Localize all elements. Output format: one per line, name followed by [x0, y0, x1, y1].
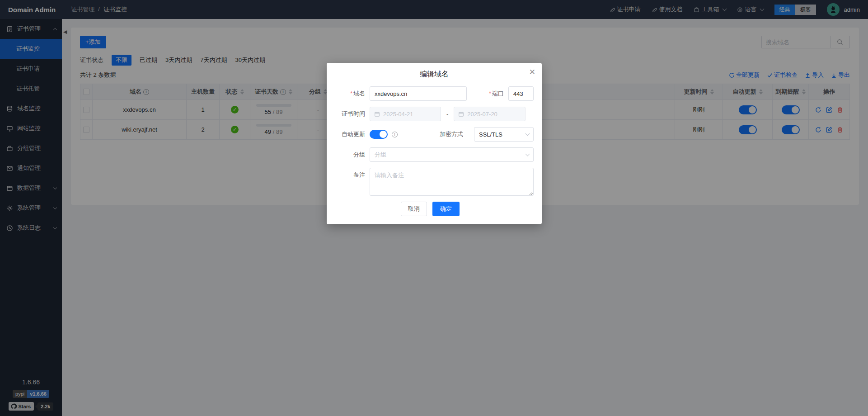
chevron-down-icon — [525, 152, 530, 156]
dialog-title: 编辑域名 — [327, 63, 542, 81]
port-field-label: *端口 — [489, 90, 508, 98]
cancel-button[interactable]: 取消 — [401, 202, 427, 216]
required-mark: * — [489, 90, 491, 97]
app-root: Domain Admin 证书管理 / 证书监控 证书申请 使用文档 工具箱 语… — [0, 0, 868, 416]
calendar-icon — [458, 111, 464, 117]
domain-field-label: *域名 — [327, 90, 370, 98]
calendar-icon — [374, 111, 380, 117]
encryption-value: SSL/TLS — [479, 131, 502, 138]
cert-end-date-field: 2025-07-20 — [454, 107, 525, 121]
edit-domain-dialog: 编辑域名 ✕ *域名 *端口 证书时间 2025-04-21 - 2025-07… — [327, 63, 542, 224]
remark-field[interactable] — [370, 168, 534, 196]
cert-end-value: 2025-07-20 — [467, 111, 497, 118]
group-placeholder: 分组 — [375, 151, 386, 159]
group-field-label: 分组 — [327, 151, 370, 159]
chevron-down-icon — [525, 132, 530, 136]
cert-start-date-field: 2025-04-21 — [370, 107, 441, 121]
cert-time-label: 证书时间 — [327, 110, 370, 118]
group-select[interactable]: 分组 — [370, 147, 534, 162]
encryption-label: 加密方式 — [440, 130, 468, 138]
cert-start-value: 2025-04-21 — [383, 111, 413, 118]
port-field[interactable] — [508, 86, 534, 101]
encryption-select[interactable]: SSL/TLS — [474, 127, 534, 142]
auto-update-toggle[interactable] — [370, 130, 388, 139]
close-icon[interactable]: ✕ — [529, 67, 535, 77]
auto-update-label: 自动更新 — [327, 130, 370, 138]
confirm-button[interactable]: 确定 — [432, 202, 460, 216]
remark-field-label: 备注 — [327, 171, 370, 179]
date-range-separator: - — [446, 111, 448, 118]
info-icon: ! — [392, 132, 398, 137]
required-mark: * — [350, 90, 352, 97]
domain-field[interactable] — [370, 86, 467, 101]
